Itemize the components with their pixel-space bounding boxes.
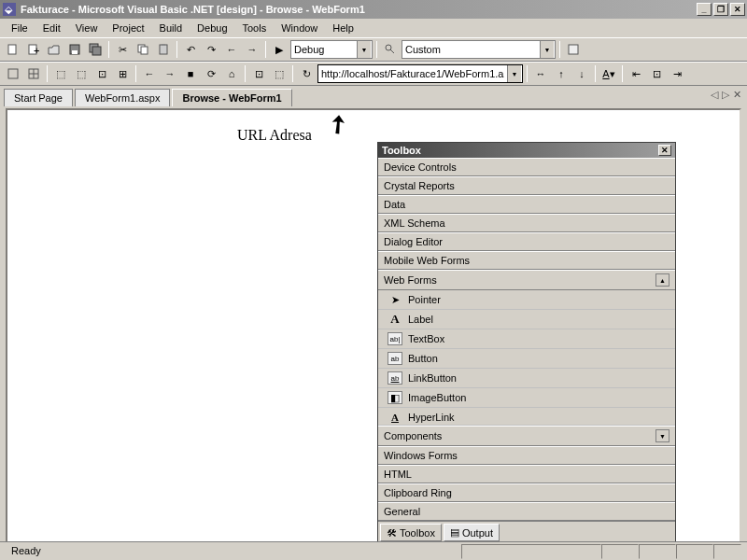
- dropdown-icon[interactable]: ▼: [540, 41, 554, 58]
- menu-debug[interactable]: Debug: [190, 21, 234, 35]
- indent-right-icon[interactable]: ⇥: [668, 64, 686, 83]
- indent-in-icon[interactable]: ⊡: [647, 64, 666, 83]
- toolbox-group-windows-forms[interactable]: Windows Forms: [378, 446, 675, 465]
- menu-view[interactable]: View: [68, 21, 106, 35]
- toolbox-item-linkbutton[interactable]: abLinkButton: [378, 369, 675, 388]
- cut-icon[interactable]: ✂: [113, 40, 132, 59]
- toolbox-item-hyperlink[interactable]: AHyperLink: [378, 408, 675, 426]
- home-icon[interactable]: ⌂: [222, 64, 241, 83]
- toolbox-group-device[interactable]: Device Controls: [378, 158, 675, 176]
- open-icon[interactable]: [45, 40, 63, 59]
- toolbox-item-button[interactable]: abButton: [378, 349, 675, 369]
- bottom-tab-toolbox[interactable]: 🛠 Toolbox: [380, 524, 442, 541]
- view2-icon[interactable]: ⬚: [270, 64, 289, 83]
- forward-icon[interactable]: →: [161, 64, 179, 83]
- toolbox-group-clipboard[interactable]: Clipboard Ring: [378, 483, 675, 502]
- paste-icon[interactable]: [154, 40, 173, 59]
- sync-icon[interactable]: ↻: [297, 64, 316, 83]
- toolbox-group-xml[interactable]: XML Schema: [378, 214, 675, 232]
- window-title: Fakturace - Microsoft Visual Basic .NET …: [21, 4, 697, 15]
- find-icon[interactable]: [381, 40, 400, 59]
- platform-combo-value[interactable]: [402, 44, 540, 55]
- toolbox-group-components[interactable]: Components ▼: [378, 426, 675, 446]
- save-all-icon[interactable]: [86, 40, 105, 59]
- scroll-up-icon[interactable]: ▲: [655, 273, 669, 287]
- copy-icon[interactable]: [134, 40, 152, 59]
- save-icon[interactable]: [65, 40, 84, 59]
- view-icon[interactable]: ⊡: [249, 64, 268, 83]
- tab-scroll-left-icon[interactable]: ◁: [711, 89, 718, 101]
- document-tabs: Start Page WebForm1.aspx Browse - WebFor…: [0, 86, 747, 106]
- toolbox-titlebar[interactable]: Toolbox ✕: [378, 143, 675, 158]
- toolbox-item-textbox[interactable]: ab|TextBox: [378, 329, 675, 349]
- add-item-icon[interactable]: +: [24, 40, 43, 59]
- toolbox-item-label[interactable]: ALabel: [378, 310, 675, 329]
- toolbox-title-text: Toolbox: [382, 145, 421, 156]
- down-icon[interactable]: ↓: [572, 64, 591, 83]
- tab-browse-webform1[interactable]: Browse - WebForm1: [172, 89, 291, 106]
- refresh-icon[interactable]: ⟳: [202, 64, 220, 83]
- tab-webform1-aspx[interactable]: WebForm1.aspx: [75, 89, 171, 106]
- close-button[interactable]: ✕: [730, 3, 745, 16]
- toolbox-close-icon[interactable]: ✕: [658, 145, 671, 156]
- platform-combo[interactable]: ▼: [402, 40, 556, 59]
- redo-icon[interactable]: ↷: [202, 40, 220, 59]
- up-icon[interactable]: ↑: [552, 64, 571, 83]
- tab-start-page[interactable]: Start Page: [4, 89, 73, 106]
- toolbox-group-mobile[interactable]: Mobile Web Forms: [378, 251, 675, 270]
- scroll-down-icon[interactable]: ▼: [655, 429, 669, 442]
- menu-edit[interactable]: Edit: [35, 21, 68, 35]
- pointer-icon: ➤: [388, 293, 402, 306]
- menu-build[interactable]: Build: [152, 21, 190, 35]
- tab-center-icon[interactable]: ⊡: [92, 64, 111, 83]
- config-combo-value[interactable]: [291, 44, 357, 55]
- menu-project[interactable]: Project: [105, 21, 151, 35]
- toolbox-group-data[interactable]: Data: [378, 195, 675, 214]
- menu-file[interactable]: File: [4, 21, 35, 35]
- grid-icon[interactable]: [24, 64, 43, 83]
- menu-help[interactable]: Help: [325, 21, 361, 35]
- toolbox-panel: Toolbox ✕ Device Controls Crystal Report…: [377, 142, 676, 544]
- tab-right-icon[interactable]: ⬚: [72, 64, 91, 83]
- stop-icon[interactable]: ■: [181, 64, 200, 83]
- bottom-tab-output[interactable]: ▤ Output: [444, 524, 500, 541]
- font-color-icon[interactable]: A▾: [599, 64, 618, 83]
- url-input[interactable]: [318, 68, 507, 79]
- toolbox-group-html[interactable]: HTML: [378, 465, 675, 483]
- minimize-button[interactable]: _: [697, 3, 712, 16]
- menu-window[interactable]: Window: [274, 21, 325, 35]
- start-icon[interactable]: ▶: [270, 40, 289, 59]
- toolbox-group-webforms[interactable]: Web Forms ▲: [378, 270, 675, 290]
- back-icon[interactable]: ←: [140, 64, 159, 83]
- app-icon: ⬙: [2, 2, 17, 17]
- tab-left-icon[interactable]: ⬚: [51, 64, 70, 83]
- restore-button[interactable]: ❐: [713, 3, 728, 16]
- snap-icon[interactable]: ⊞: [113, 64, 132, 83]
- output-icon: ▤: [450, 526, 459, 539]
- menubar: File Edit View Project Build Debug Tools…: [0, 19, 747, 37]
- layout-icon[interactable]: [4, 64, 22, 83]
- wrench-icon: 🛠: [387, 527, 397, 539]
- browser-viewport: ➚ URL Adresa Toolbox ✕ Device Controls C…: [6, 108, 741, 547]
- nav-left-icon[interactable]: ↔: [531, 64, 550, 83]
- new-project-icon[interactable]: [4, 40, 22, 59]
- svg-line-14: [390, 49, 394, 53]
- menu-tools[interactable]: Tools: [235, 21, 275, 35]
- nav-back-icon[interactable]: ←: [222, 40, 241, 59]
- toolbox-group-crystal[interactable]: Crystal Reports: [378, 176, 675, 195]
- toolbox-group-dialog[interactable]: Dialog Editor: [378, 232, 675, 251]
- dropdown-icon[interactable]: ▼: [357, 41, 371, 58]
- url-combo[interactable]: ▼: [317, 64, 523, 83]
- toolbox-item-imagebutton[interactable]: ◧ImageButton: [378, 388, 675, 408]
- dropdown-icon[interactable]: ▼: [507, 65, 521, 82]
- tab-scroll-right-icon[interactable]: ▷: [722, 89, 729, 101]
- config-combo[interactable]: ▼: [290, 40, 373, 59]
- solution-explorer-icon[interactable]: [564, 40, 583, 59]
- indent-out-icon[interactable]: ⇤: [627, 64, 645, 83]
- linkbutton-icon: ab: [388, 371, 402, 385]
- nav-forward-icon[interactable]: →: [243, 40, 261, 59]
- undo-icon[interactable]: ↶: [181, 40, 200, 59]
- toolbox-item-pointer[interactable]: ➤Pointer: [378, 290, 675, 310]
- tab-close-icon[interactable]: ✕: [733, 89, 741, 101]
- toolbox-group-general[interactable]: General: [378, 502, 675, 521]
